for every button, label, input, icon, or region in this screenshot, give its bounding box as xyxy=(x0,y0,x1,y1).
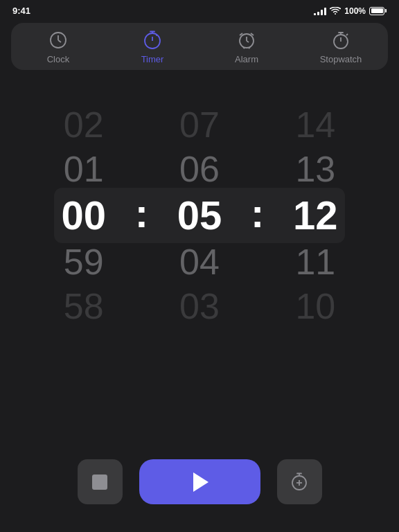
hours-column[interactable]: 02 01 00 59 58 xyxy=(35,107,132,324)
add-timer-icon xyxy=(290,472,309,492)
tab-timer[interactable]: Timer xyxy=(128,30,177,64)
minutes-above2: 07 xyxy=(151,107,248,143)
svg-point-7 xyxy=(156,35,157,36)
hours-below1: 59 xyxy=(35,244,132,280)
status-bar: 9:41 100% xyxy=(0,0,399,19)
alarm-icon xyxy=(236,30,257,51)
tab-clock[interactable]: Clock xyxy=(34,30,82,64)
stopwatch-tab-label: Stopwatch xyxy=(320,54,362,64)
battery-icon xyxy=(369,7,387,15)
picker-columns: 02 01 00 59 58 : 07 06 05 04 03 : 14 13 … xyxy=(35,107,364,324)
wifi-icon xyxy=(330,7,341,15)
seconds-column[interactable]: 14 13 12 11 10 xyxy=(267,107,364,324)
separator-1: : xyxy=(132,190,151,236)
seconds-above2: 14 xyxy=(267,107,364,143)
play-button[interactable] xyxy=(139,459,260,504)
signal-icon xyxy=(314,7,326,15)
add-timer-button[interactable] xyxy=(277,459,322,504)
clock-tab-label: Clock xyxy=(47,54,70,64)
play-icon xyxy=(193,472,209,492)
svg-line-2 xyxy=(58,40,61,42)
seconds-below1: 11 xyxy=(267,244,364,280)
status-time: 9:41 xyxy=(12,6,30,16)
svg-line-19 xyxy=(346,34,348,35)
svg-line-10 xyxy=(247,41,249,42)
bottom-controls xyxy=(0,459,399,504)
tab-stopwatch[interactable]: Stopwatch xyxy=(317,30,365,64)
minutes-below1: 04 xyxy=(151,244,248,280)
seconds-below2: 10 xyxy=(267,288,364,324)
battery-percentage: 100% xyxy=(344,6,366,16)
hours-above2: 02 xyxy=(35,107,132,143)
minutes-above1: 06 xyxy=(151,151,248,187)
tab-alarm[interactable]: Alarm xyxy=(222,30,271,64)
alarm-tab-label: Alarm xyxy=(235,54,258,64)
stop-icon xyxy=(92,475,107,490)
hours-current: 00 xyxy=(35,195,132,236)
seconds-current: 12 xyxy=(267,195,364,236)
minutes-below2: 03 xyxy=(151,288,248,324)
minutes-column[interactable]: 07 06 05 04 03 xyxy=(151,107,248,324)
timer-icon xyxy=(142,30,163,51)
hours-above1: 01 xyxy=(35,151,132,187)
tab-bar: Clock Timer Alarm xyxy=(11,23,388,70)
timer-tab-label: Timer xyxy=(141,54,164,64)
time-picker[interactable]: 02 01 00 59 58 : 07 06 05 04 03 : 14 13 … xyxy=(0,98,399,333)
clock-icon xyxy=(48,30,69,51)
status-indicators: 100% xyxy=(314,6,387,16)
stopwatch-icon xyxy=(330,30,351,51)
separator-2: : xyxy=(248,190,267,236)
minutes-current: 05 xyxy=(151,195,248,236)
seconds-above1: 13 xyxy=(267,151,364,187)
stop-button[interactable] xyxy=(78,459,123,504)
hours-below2: 58 xyxy=(35,288,132,324)
